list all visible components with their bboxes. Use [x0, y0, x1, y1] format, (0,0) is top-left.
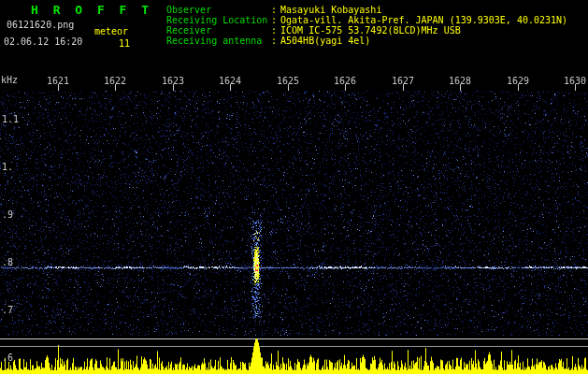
info-row-location: Receiving Location:Ogata-vill. Akita-Pre…: [166, 15, 567, 25]
info-colon: :: [271, 25, 280, 36]
info-value: Ogata-vill. Akita-Pref. JAPAN (139.9303E…: [280, 15, 567, 25]
y-tick-label: 1.1: [2, 114, 19, 124]
y-tick-label: .8: [2, 257, 13, 267]
info-colon: :: [271, 36, 280, 46]
y-tick-label: .7: [2, 305, 13, 315]
info-row-observer: Observer:Masayuki Kobayashi: [166, 5, 567, 15]
y-axis-unit: kHz: [1, 75, 18, 85]
y-tick-label: .6: [2, 352, 13, 363]
x-tick-label: 1621: [47, 76, 69, 86]
x-tick-label: 1624: [219, 76, 241, 86]
x-tick-label: 1625: [277, 76, 299, 86]
datetime-label: 02.06.12 16:20: [4, 36, 82, 47]
info-label: Observer: [166, 5, 271, 15]
y-tick-label: 1.: [2, 162, 13, 172]
x-tick-label: 1628: [449, 76, 471, 86]
spectrogram-canvas: [0, 0, 588, 374]
y-tick-label: .9: [2, 209, 13, 220]
info-row-antenna: Receiving antenna:A504HB(yagi 4el): [166, 36, 567, 46]
info-label: Receiving antenna: [166, 36, 271, 46]
info-value: A504HB(yagi 4el): [280, 36, 370, 46]
x-tick-label: 1629: [507, 76, 529, 86]
x-tick-label: 1627: [392, 76, 414, 86]
x-tick-label: 1622: [104, 76, 126, 86]
info-colon: :: [271, 5, 280, 15]
station-info: Observer:Masayuki Kobayashi Receiving Lo…: [166, 5, 567, 46]
x-tick-label: 1630: [564, 76, 586, 86]
meteor-count: 11: [119, 38, 130, 49]
info-row-receiver: Receiver:ICOM IC-575 53.7492(8LCD)MHz US…: [166, 25, 567, 36]
info-label: Receiving Location: [166, 15, 271, 25]
app-title: H R O F F T: [31, 3, 152, 17]
x-tick-label: 1626: [334, 76, 356, 86]
info-value: Masayuki Kobayashi: [280, 5, 381, 15]
x-tick-label: 1623: [162, 76, 184, 86]
info-colon: :: [271, 15, 280, 25]
hrofft-screen: H R O F F T 06121620.png meteor 02.06.12…: [0, 0, 588, 374]
mode-label: meteor: [94, 26, 128, 36]
info-value: ICOM IC-575 53.7492(8LCD)MHz USB: [280, 25, 461, 36]
info-label: Receiver: [166, 25, 271, 36]
output-filename: 06121620.png: [7, 20, 74, 30]
